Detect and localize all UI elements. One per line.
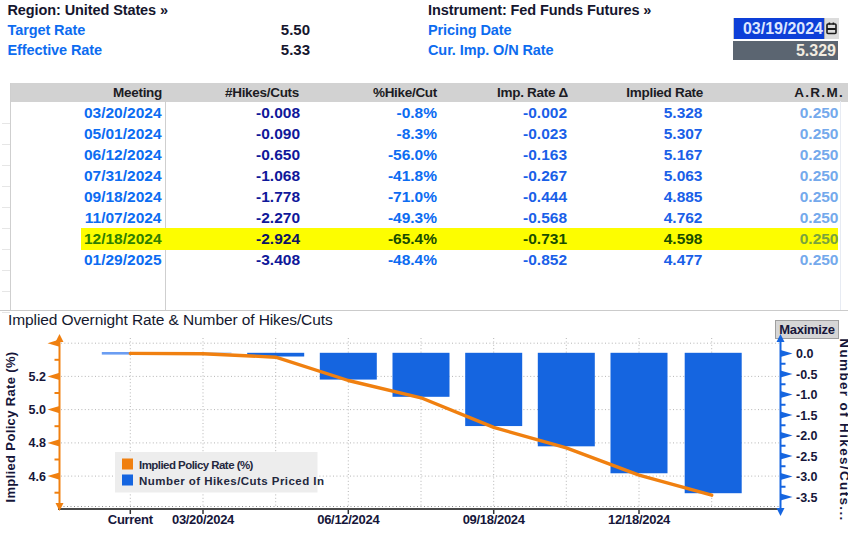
svg-text:Current: Current <box>108 512 154 527</box>
svg-text:-1.5: -1.5 <box>796 409 818 423</box>
svg-text:Implied Policy Rate (%): Implied Policy Rate (%) <box>139 459 254 471</box>
svg-text:-3.5: -3.5 <box>796 491 818 505</box>
svg-text:Number of Hikes/Cuts Priced In: Number of Hikes/Cuts Priced In <box>139 475 324 487</box>
svg-text:5.0: 5.0 <box>29 403 46 417</box>
svg-text:-1.0: -1.0 <box>796 388 818 402</box>
svg-text:-2.5: -2.5 <box>796 450 818 464</box>
svg-text:4.8: 4.8 <box>29 436 46 450</box>
svg-text:4.6: 4.6 <box>29 470 46 484</box>
svg-text:-3.0: -3.0 <box>796 470 818 484</box>
svg-text:12/18/2024: 12/18/2024 <box>608 512 671 527</box>
svg-text:09/18/2024: 09/18/2024 <box>463 512 526 527</box>
svg-text:Implied Policy Rate (%): Implied Policy Rate (%) <box>3 351 18 502</box>
svg-text:-0.5: -0.5 <box>796 368 818 382</box>
svg-text:5.2: 5.2 <box>29 370 46 384</box>
svg-text:0.0: 0.0 <box>796 347 813 361</box>
svg-text:Number of Hikes/Cuts...: Number of Hikes/Cuts... <box>837 338 848 521</box>
svg-text:03/20/2024: 03/20/2024 <box>172 512 235 527</box>
svg-text:-2.0: -2.0 <box>796 429 818 443</box>
svg-text:06/12/2024: 06/12/2024 <box>317 512 380 527</box>
